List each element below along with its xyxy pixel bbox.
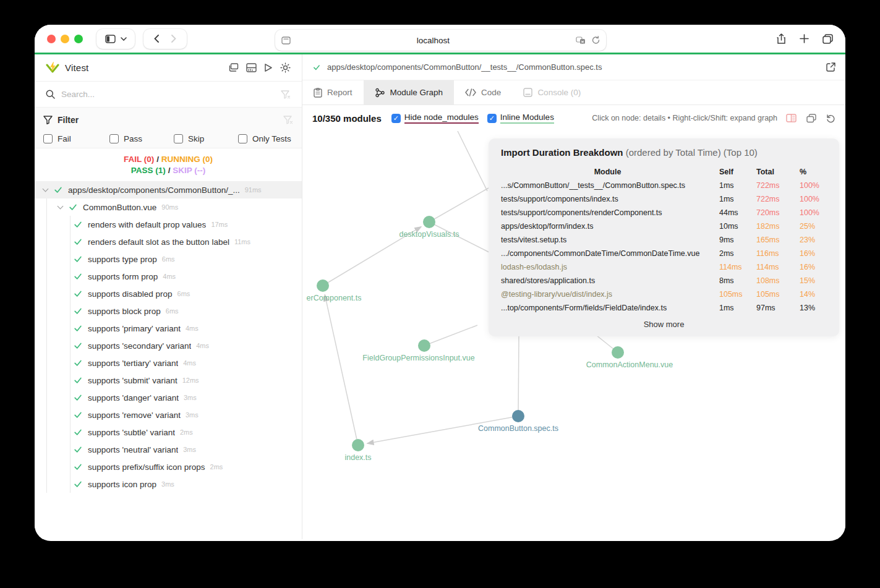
tab-module-graph[interactable]: Module Graph [364,80,455,104]
module-node[interactable] [423,216,435,228]
search-input[interactable] [61,90,281,99]
test-tree-row[interactable]: renders default slot as the button label… [35,233,302,250]
module-node[interactable] [418,339,430,352]
module-node-label[interactable]: FieldGroupPermissionsInput.vue [362,354,474,362]
filter-checkbox-only-tests[interactable]: Only Tests [238,134,291,143]
duration-table-row[interactable]: shared/stores/application.ts8ms108ms15% [501,274,827,288]
duration-table-row[interactable]: tests/support/components/index.ts1ms722m… [501,192,827,206]
test-tree-row[interactable]: apps/desktop/components/CommonButton/_..… [35,181,302,198]
sidebar-toggle-button[interactable] [96,29,135,49]
test-tree-row[interactable]: supports 'danger' variant3ms [35,389,302,406]
close-window-button[interactable] [47,35,56,43]
test-tree-row[interactable]: CommonButton.vue90ms [35,198,302,216]
duration-table-row[interactable]: lodash-es/lodash.js114ms114ms16% [501,260,827,274]
open-in-editor-icon[interactable] [826,62,835,72]
module-node-label[interactable]: desktopVisuals.ts [399,230,459,239]
test-name: supports 'subtle' variant [88,428,175,437]
minimize-window-button[interactable] [61,35,69,43]
duration-table-row[interactable]: .../components/CommonDateTime/CommonDate… [501,247,827,260]
check-icon [74,255,82,263]
module-node-label[interactable]: index.ts [344,453,371,462]
forward-button[interactable] [171,35,176,43]
browser-window: localhost [35,25,845,541]
reload-icon[interactable] [592,36,600,45]
test-tree-row[interactable]: supports prefix/suffix icon props2ms [35,458,302,475]
test-duration: 4ms [183,359,196,367]
test-tree-row[interactable]: supports type prop6ms [35,250,302,268]
filter-checkbox-skip[interactable]: Skip [174,134,238,143]
test-tree-row[interactable]: supports 'remove' variant3ms [35,406,302,424]
tab-console-[interactable]: Console (0) [512,80,592,104]
test-name: supports disabled prop [88,289,173,299]
duration-table-row[interactable]: tests/support/components/renderComponent… [501,206,827,219]
duration-table-row[interactable]: ...top/components/Form/fields/FieldDate/… [501,301,827,315]
back-button[interactable] [154,35,159,43]
checked-checkbox-icon[interactable]: ✓ [487,114,497,123]
check-icon [74,341,82,350]
inline-modules-checkbox[interactable]: ✓ Inline Modules [487,113,554,124]
tabs-overview-icon[interactable] [822,34,833,44]
duration-table-row[interactable]: apps/desktop/form/index.ts10ms182ms25% [501,219,827,233]
module-node-label[interactable]: CommonActionMenu.vue [586,360,673,369]
test-tree-row[interactable]: supports 'neutral' variant3ms [35,441,302,458]
module-node-label[interactable]: erComponent.ts [307,294,362,302]
checked-checkbox-icon[interactable]: ✓ [391,114,401,123]
hide-node-modules-checkbox[interactable]: ✓ Hide node_modules [391,113,479,124]
module-node[interactable] [612,346,624,359]
test-tree-row[interactable]: supports 'subtle' variant2ms [35,424,302,441]
clear-filters-icon[interactable] [283,116,293,124]
tab-code[interactable]: Code [454,80,512,104]
test-name: supports prefix/suffix icon props [88,462,205,472]
module-node[interactable] [352,439,364,451]
module-node-label[interactable]: CommonButton.spec.ts [478,424,558,433]
duration-table-row[interactable]: tests/vitest.setup.ts9ms165ms23% [501,233,827,247]
reset-graph-icon[interactable] [826,114,835,123]
module-node[interactable] [317,279,329,292]
chevron-down-icon[interactable] [58,203,64,210]
test-tree-row[interactable]: supports 'tertiary' variant4ms [35,354,302,372]
dashboard-panel-icon[interactable] [246,63,257,72]
zoom-window-button[interactable] [74,35,83,43]
test-name: apps/desktop/components/CommonButton/_..… [68,185,240,195]
checkbox-icon[interactable] [43,134,53,143]
test-tree-row[interactable]: supports 'primary' variant4ms [35,320,302,337]
translate-icon[interactable] [576,36,586,45]
test-tree-row[interactable]: renders with default prop values17ms [35,216,302,233]
chevron-down-icon [121,37,127,41]
search-icon [46,90,55,99]
export-graph-icon[interactable] [806,114,816,123]
test-tree-row[interactable]: supports icon prop3ms [35,475,302,493]
test-tree-row[interactable]: supports disabled prop6ms [35,285,302,302]
checkbox-icon[interactable] [238,134,247,143]
url-bar[interactable]: localhost [275,30,606,51]
cascade-windows-icon[interactable] [228,63,239,72]
test-tree-row[interactable]: supports 'secondary' variant4ms [35,337,302,354]
duration-table-row[interactable]: @testing-library/vue/dist/index.js105ms1… [501,288,827,301]
check-icon [74,393,82,402]
theme-toggle-icon[interactable] [280,62,291,73]
clear-search-filter-icon[interactable] [281,90,291,99]
test-duration: 11ms [234,238,250,245]
filter-checkbox-pass[interactable]: Pass [109,134,174,143]
new-tab-icon[interactable] [800,34,809,43]
node-details-icon[interactable] [786,114,797,122]
checkbox-icon[interactable] [174,134,183,143]
test-tree-row[interactable]: supports block prop6ms [35,302,302,320]
test-tree-row[interactable]: supports form prop4ms [35,268,302,285]
duration-table-row[interactable]: ...s/CommonButton/__tests__/CommonButton… [501,179,827,192]
share-icon[interactable] [777,33,786,45]
sidebar: Vitest [35,54,302,539]
module-node[interactable] [512,410,524,422]
reader-icon[interactable] [281,36,291,45]
tab-report[interactable]: Report [302,80,364,104]
test-name: supports 'neutral' variant [88,445,178,454]
show-more-button[interactable]: Show more [501,320,827,329]
test-name: supports 'primary' variant [88,324,181,333]
test-duration: 3ms [183,446,196,453]
chevron-down-icon[interactable] [43,186,49,192]
checkbox-icon[interactable] [109,134,119,143]
test-tree-row[interactable]: supports 'submit' variant12ms [35,372,302,389]
filter-checkbox-fail[interactable]: Fail [43,134,109,143]
run-all-icon[interactable] [264,63,273,72]
module-graph-canvas[interactable]: desktopVisuals.tserComponent.tsFieldGrou… [302,131,845,539]
